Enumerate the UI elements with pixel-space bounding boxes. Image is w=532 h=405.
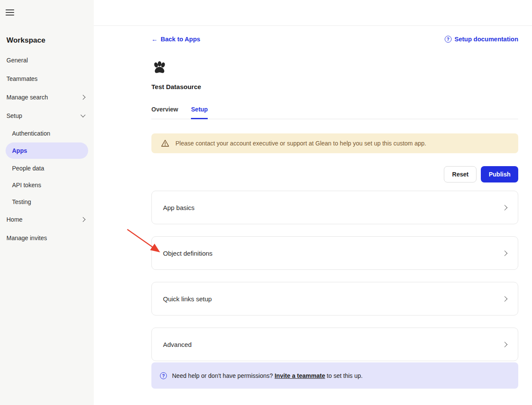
chevron-right-icon (502, 296, 507, 302)
content-column: ← Back to Apps ? Setup documentation Tes… (151, 26, 518, 389)
chevron-down-icon (80, 112, 85, 117)
question-circle-icon: ? (160, 372, 167, 379)
sidebar-title: Workspace (6, 36, 88, 45)
accordion-list: App basics Object definitions Quick link… (151, 191, 518, 361)
sidebar-item-teammates[interactable]: Teammates (6, 69, 88, 88)
chevron-right-icon (502, 250, 507, 256)
top-divider (94, 0, 532, 26)
publish-button[interactable]: Publish (481, 166, 518, 182)
tab-setup[interactable]: Setup (191, 106, 208, 119)
breadcrumb-row: ← Back to Apps ? Setup documentation (151, 36, 518, 43)
hamburger-menu-icon[interactable] (6, 9, 14, 15)
sidebar-item-general[interactable]: General (6, 51, 88, 69)
help-banner: ? Need help or don't have permissions? I… (151, 362, 518, 389)
page-title: Test Datasource (151, 83, 518, 90)
sidebar-item-home[interactable]: Home (6, 210, 88, 229)
accordion-quick-links-setup[interactable]: Quick links setup (151, 282, 518, 315)
help-text: Need help or don't have permissions? Inv… (172, 372, 363, 379)
chevron-right-icon (502, 342, 507, 347)
setup-documentation-link[interactable]: ? Setup documentation (445, 36, 518, 43)
accordion-object-definitions[interactable]: Object definitions (151, 236, 518, 270)
accordion-app-basics[interactable]: App basics (151, 191, 518, 224)
tab-bar: Overview Setup (151, 106, 518, 119)
sidebar-item-authentication[interactable]: Authentication (6, 125, 88, 142)
sidebar-item-api-tokens[interactable]: API tokens (6, 176, 88, 193)
warning-banner: Please contact your account executive or… (151, 133, 518, 153)
workspace-sidebar: Workspace General Teammates Manage searc… (0, 0, 94, 405)
chevron-right-icon (80, 95, 85, 99)
sidebar-nav: General Teammates Manage search Setup Au… (6, 51, 88, 247)
main-area: ← Back to Apps ? Setup documentation Tes… (94, 0, 532, 405)
sidebar-item-manage-search[interactable]: Manage search (6, 88, 88, 106)
sidebar-item-people-data[interactable]: People data (6, 160, 88, 176)
warning-text: Please contact your account executive or… (175, 140, 426, 147)
reset-button[interactable]: Reset (444, 166, 477, 182)
sidebar-item-setup[interactable]: Setup (6, 106, 88, 125)
help-circle-icon: ? (445, 36, 452, 43)
accordion-advanced[interactable]: Advanced (151, 328, 518, 361)
paw-icon (151, 60, 168, 76)
sidebar-item-testing[interactable]: Testing (6, 193, 88, 210)
app-header: Test Datasource (151, 60, 518, 90)
sidebar-item-manage-invites[interactable]: Manage invites (6, 229, 88, 247)
chevron-right-icon (80, 217, 85, 222)
sidebar-item-apps[interactable]: Apps (6, 142, 88, 159)
action-buttons: Reset Publish (151, 166, 518, 182)
back-arrow-icon: ← (151, 36, 158, 43)
chevron-right-icon (502, 205, 507, 210)
warning-triangle-icon (160, 139, 170, 148)
tab-overview[interactable]: Overview (151, 106, 178, 119)
invite-teammate-link[interactable]: Invite a teammate (274, 372, 325, 379)
back-to-apps-link[interactable]: ← Back to Apps (151, 36, 200, 43)
